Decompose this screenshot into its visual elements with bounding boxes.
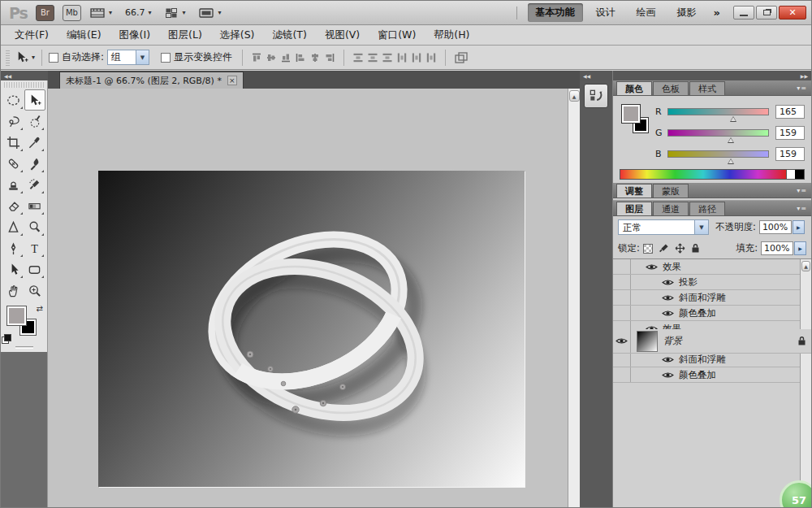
brush-tool[interactable] [24,153,45,174]
minimize-button[interactable] [733,6,754,20]
scroll-up-button[interactable]: ▲ [569,90,580,102]
effect-name[interactable]: 斜面和浮雕 [679,354,726,366]
blue-slider-thumb[interactable] [728,158,734,164]
collapsed-dock-collapse-bar[interactable]: ◀◀ [580,71,612,80]
zoom-level-control[interactable]: 66.7 ▾ [125,7,152,18]
screen-mode-button[interactable]: ▾ [198,6,221,20]
align-bottom-edges-icon[interactable] [280,52,292,63]
menu-layer[interactable]: 图层(L) [159,26,211,45]
close-button[interactable]: ✕ [779,6,806,20]
history-brush-tool[interactable] [24,174,45,195]
document-tab[interactable]: 未标题-1 @ 66.7% (图层 2, RGB/8) * × [59,72,244,89]
green-slider-thumb[interactable] [728,137,734,143]
toolbox-grip[interactable] [4,82,44,88]
align-left-edges-icon[interactable] [295,52,306,63]
panel-menu-icon[interactable]: ▾≡ [797,187,807,194]
lock-transparency-icon[interactable] [643,244,653,254]
workspace-painting-button[interactable]: 绘画 [628,3,664,22]
swap-colors-icon[interactable]: ⇄ [37,304,43,313]
eye-icon[interactable] [662,293,674,302]
visibility-toggle[interactable] [613,329,631,353]
effect-name[interactable]: 斜面和浮雕 [679,292,726,304]
blend-mode-dropdown[interactable]: 正常 ▼ [618,219,709,235]
distribute-left-edges-icon[interactable] [396,52,408,63]
background-layer-row[interactable]: 背景 [613,329,800,354]
crop-tool[interactable] [3,132,24,153]
pen-tool[interactable] [3,237,24,258]
effect-row[interactable]: 斜面和浮雕 [613,352,800,367]
elliptical-marquee-tool[interactable] [3,89,24,111]
menu-edit[interactable]: 编辑(E) [58,26,110,45]
tab-paths[interactable]: 路径 [689,202,725,215]
gradient-tool[interactable] [24,195,45,216]
arrange-documents-button[interactable]: ▾ [164,6,185,20]
tab-color[interactable]: 颜色 [616,81,652,95]
default-colors-icon[interactable] [4,334,11,341]
distribute-top-edges-icon[interactable] [352,52,364,63]
zoom-tool[interactable] [24,280,45,301]
effect-row[interactable]: 颜色叠加 [613,306,800,321]
red-slider-thumb[interactable] [730,116,736,122]
eye-icon[interactable] [662,278,674,287]
effect-row[interactable]: 投影 [613,275,800,290]
panel-menu-icon[interactable]: ▾≡ [797,205,807,212]
tab-swatches[interactable]: 色板 [653,81,689,95]
align-top-edges-icon[interactable] [251,52,262,63]
tab-layers[interactable]: 图层 [616,202,652,215]
red-value-field[interactable]: 165 [775,105,805,119]
menu-image[interactable]: 图像(I) [110,26,159,45]
show-transform-checkbox[interactable] [161,53,171,63]
canvas[interactable] [98,171,525,487]
dropdown-arrow-icon[interactable]: ▼ [694,220,708,234]
menu-filter[interactable]: 滤镜(T) [263,26,315,45]
distribute-bottom-edges-icon[interactable] [382,52,393,63]
layers-scrollbar[interactable]: ▲ [800,259,811,507]
clone-stamp-tool[interactable] [3,174,24,195]
quick-selection-tool[interactable] [24,111,45,132]
menu-window[interactable]: 窗口(W) [369,26,425,45]
green-slider[interactable] [667,129,769,137]
foreground-color-swatch[interactable] [621,104,641,124]
layer-name[interactable]: 背景 [663,335,797,347]
panel-menu-icon[interactable]: ▾≡ [797,85,807,92]
menu-view[interactable]: 视图(V) [316,26,369,45]
lasso-tool[interactable] [3,111,24,132]
distribute-vertical-centers-icon[interactable] [367,52,378,63]
bridge-button[interactable]: Br [36,5,54,21]
eye-icon[interactable] [646,263,658,271]
minibridge-button[interactable]: Mb [63,5,81,21]
scroll-up-button[interactable]: ▲ [801,261,810,271]
black-swatch[interactable] [795,170,804,179]
layer-thumbnail[interactable] [637,331,658,352]
foreground-color-swatch[interactable] [6,306,27,326]
opacity-field[interactable]: 100% [759,220,792,234]
path-selection-tool[interactable] [3,258,24,280]
lock-position-icon[interactable] [675,243,685,254]
effects-header-row[interactable]: 效果 [613,259,800,275]
panels-collapse-bar[interactable]: ▶▶ [613,71,811,80]
eraser-tool[interactable] [3,195,24,216]
effect-row[interactable]: 斜面和浮雕 [613,290,800,306]
lock-all-icon[interactable] [691,243,700,254]
auto-select-checkbox[interactable] [49,53,58,63]
tab-masks[interactable]: 蒙版 [653,184,689,198]
effect-name[interactable]: 投影 [679,276,698,289]
zoom-level-value[interactable]: 66.7 [125,7,145,18]
blue-slider[interactable] [667,150,769,158]
green-value-field[interactable]: 159 [775,126,805,140]
pasteboard[interactable] [48,89,568,507]
menu-help[interactable]: 帮助(H) [425,26,478,45]
tab-adjustments[interactable]: 调整 [616,184,652,198]
align-right-edges-icon[interactable] [324,52,335,63]
menu-file[interactable]: 文件(F) [6,26,58,45]
eye-icon[interactable] [662,371,674,380]
effect-name[interactable]: 颜色叠加 [679,369,716,381]
color-spectrum-ramp[interactable] [620,169,805,180]
menu-select[interactable]: 选择(S) [211,26,264,45]
document-vertical-scrollbar[interactable]: ▲ [568,89,580,507]
distribute-horizontal-centers-icon[interactable] [411,52,422,63]
fill-field[interactable]: 100% [761,241,793,255]
options-grip[interactable] [6,50,10,66]
tab-channels[interactable]: 通道 [653,202,689,215]
type-tool[interactable] [24,237,45,258]
